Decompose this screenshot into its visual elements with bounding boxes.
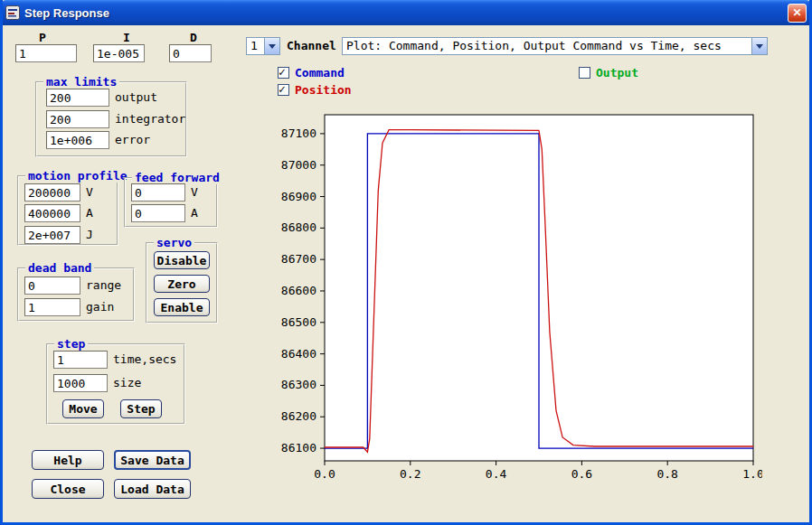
channel-dropdown-arrow-icon[interactable] — [264, 38, 279, 54]
svg-text:87100: 87100 — [281, 127, 316, 140]
jerk-input[interactable] — [24, 226, 80, 244]
ff-velocity-input[interactable] — [131, 183, 185, 202]
step-time-label: time,secs — [113, 351, 176, 369]
step-group: step time,secs size Move Step — [46, 343, 185, 425]
motion-profile-group: motion profile V A J — [17, 175, 118, 246]
max-limits-group: max limits output integrator error — [35, 81, 187, 157]
move-button[interactable]: Move — [62, 399, 104, 418]
output-checkbox-label: Output — [596, 66, 638, 80]
command-checkbox[interactable] — [278, 67, 289, 79]
max-error-label: error — [115, 131, 150, 149]
svg-text:0.4: 0.4 — [486, 467, 507, 481]
dead-band-range-label: range — [86, 277, 121, 295]
i-label: I — [123, 31, 130, 45]
svg-text:0.2: 0.2 — [400, 467, 420, 481]
acceleration-label: A — [86, 204, 93, 222]
channel-selected-value: 1 — [247, 38, 264, 54]
plot-mode-selected-value: Plot: Command, Position, Output Command … — [343, 38, 751, 54]
channel-label: Channel — [287, 37, 336, 55]
svg-text:86200: 86200 — [281, 409, 316, 423]
svg-text:0.0: 0.0 — [314, 467, 335, 481]
step-time-input[interactable] — [53, 351, 108, 369]
load-data-button[interactable]: Load Data — [114, 479, 191, 499]
servo-group: servo Disable Zero Enable — [146, 242, 218, 323]
p-label: P — [39, 31, 46, 45]
plot-mode-select[interactable]: Plot: Command, Position, Output Command … — [342, 37, 768, 55]
d-input[interactable] — [169, 44, 212, 62]
dead-band-group: dead band range gain — [17, 267, 135, 322]
p-input[interactable] — [15, 44, 77, 62]
save-data-button[interactable]: Save Data — [114, 450, 191, 470]
plot-mode-dropdown-arrow-icon[interactable] — [751, 38, 767, 54]
feed-forward-group-title: feed forward — [132, 171, 222, 184]
motion-profile-group-title: motion profile — [25, 169, 130, 183]
svg-text:86700: 86700 — [281, 252, 316, 266]
dead-band-gain-label: gain — [86, 298, 114, 316]
title-bar[interactable]: Step Response ✕ — [0, 0, 812, 25]
step-size-input[interactable] — [53, 374, 108, 392]
svg-text:1.0: 1.0 — [742, 467, 762, 481]
dead-band-group-title: dead band — [25, 261, 94, 275]
ff-velocity-label: V — [191, 183, 198, 202]
max-error-input[interactable] — [46, 131, 109, 149]
i-input[interactable] — [93, 44, 145, 62]
velocity-label: V — [86, 183, 93, 202]
svg-text:86100: 86100 — [281, 441, 316, 455]
svg-text:86300: 86300 — [281, 378, 316, 391]
channel-select[interactable]: 1 — [246, 37, 280, 55]
svg-text:86900: 86900 — [281, 190, 316, 203]
svg-text:86500: 86500 — [281, 315, 316, 329]
app-icon[interactable] — [5, 5, 20, 20]
position-checkbox-label: Position — [295, 83, 352, 98]
d-label: D — [190, 31, 197, 45]
disable-button[interactable]: Disable — [154, 251, 210, 269]
max-output-label: output — [115, 89, 157, 107]
jerk-label: J — [86, 226, 93, 244]
velocity-input[interactable] — [24, 183, 80, 202]
position-checkbox[interactable] — [278, 84, 289, 96]
help-button[interactable]: Help — [32, 450, 104, 470]
step-button[interactable]: Step — [120, 399, 162, 418]
feed-forward-group: feed forward V A — [124, 177, 218, 228]
max-integrator-input[interactable] — [46, 110, 109, 128]
svg-text:87000: 87000 — [281, 158, 316, 172]
step-size-label: size — [113, 374, 141, 392]
plot-canvas: 8610086200863008640086500866008670086800… — [269, 108, 762, 488]
svg-text:86400: 86400 — [281, 347, 316, 361]
output-checkbox[interactable] — [579, 67, 590, 79]
dead-band-gain-input[interactable] — [24, 298, 80, 316]
ff-acceleration-input[interactable] — [131, 204, 185, 222]
max-limits-group-title: max limits — [43, 75, 119, 89]
servo-group-title: servo — [154, 236, 194, 249]
close-button[interactable]: ✕ — [788, 4, 807, 23]
command-checkbox-label: Command — [295, 66, 345, 80]
ff-acceleration-label: A — [191, 204, 198, 222]
enable-button[interactable]: Enable — [154, 298, 210, 316]
close-window-button[interactable]: Close — [32, 479, 104, 499]
svg-text:0.6: 0.6 — [571, 467, 592, 481]
step-group-title: step — [54, 337, 88, 351]
acceleration-input[interactable] — [24, 204, 80, 222]
svg-text:86600: 86600 — [281, 284, 316, 297]
dead-band-range-input[interactable] — [24, 277, 80, 295]
step-response-plot: 8610086200863008640086500866008670086800… — [269, 108, 762, 488]
zero-button[interactable]: Zero — [154, 275, 210, 293]
close-icon: ✕ — [792, 6, 801, 19]
svg-text:86800: 86800 — [281, 220, 316, 234]
window-title: Step Response — [24, 6, 109, 20]
step-response-window: Step Response ✕ P I D 1 Channel Plot: Co… — [0, 0, 812, 525]
svg-text:0.8: 0.8 — [656, 467, 677, 481]
max-integrator-label: integrator — [115, 110, 185, 128]
max-output-input[interactable] — [46, 89, 109, 107]
